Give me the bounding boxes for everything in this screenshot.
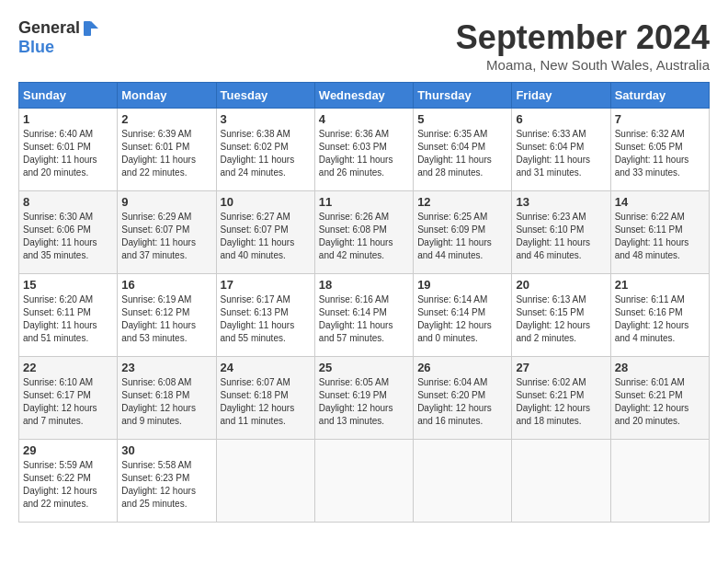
day-info: Sunrise: 6:16 AMSunset: 6:14 PMDaylight:…: [319, 294, 393, 343]
calendar-week-row: 1 Sunrise: 6:40 AMSunset: 6:01 PMDayligh…: [19, 109, 710, 191]
table-row: 3 Sunrise: 6:38 AMSunset: 6:02 PMDayligh…: [216, 109, 314, 191]
day-info: Sunrise: 6:29 AMSunset: 6:07 PMDaylight:…: [121, 212, 196, 260]
col-tuesday: Tuesday: [216, 83, 314, 109]
table-row: 12 Sunrise: 6:25 AMSunset: 6:09 PMDaylig…: [414, 191, 512, 274]
table-row: 30 Sunrise: 5:58 AMSunset: 6:23 PMDaylig…: [118, 440, 216, 523]
day-number: 17: [221, 278, 311, 292]
day-info: Sunrise: 6:13 AMSunset: 6:15 PMDaylight:…: [516, 294, 590, 343]
day-info: Sunrise: 6:14 AMSunset: 6:14 PMDaylight:…: [417, 294, 492, 343]
day-number: 18: [319, 278, 409, 292]
table-row: 25 Sunrise: 6:05 AMSunset: 6:19 PMDaylig…: [314, 357, 413, 440]
day-number: 8: [23, 195, 113, 209]
table-row: 27 Sunrise: 6:02 AMSunset: 6:21 PMDaylig…: [512, 357, 610, 440]
day-info: Sunrise: 6:07 AMSunset: 6:18 PMDaylight:…: [221, 377, 295, 426]
day-info: Sunrise: 6:26 AMSunset: 6:08 PMDaylight:…: [319, 212, 393, 260]
col-saturday: Saturday: [610, 83, 709, 109]
table-row: 29 Sunrise: 5:59 AMSunset: 6:22 PMDaylig…: [19, 440, 118, 523]
day-number: 29: [23, 443, 113, 457]
table-row: 17 Sunrise: 6:17 AMSunset: 6:13 PMDaylig…: [216, 274, 314, 357]
day-number: 20: [516, 278, 606, 292]
day-number: 23: [121, 361, 211, 374]
day-info: Sunrise: 6:10 AMSunset: 6:17 PMDaylight:…: [23, 377, 97, 426]
day-info: Sunrise: 6:35 AMSunset: 6:04 PMDaylight:…: [417, 129, 492, 178]
calendar-header-row: Sunday Monday Tuesday Wednesday Thursday…: [19, 83, 710, 109]
logo-blue-text: Blue: [18, 38, 54, 57]
day-info: Sunrise: 6:38 AMSunset: 6:02 PMDaylight:…: [221, 129, 295, 178]
day-number: 22: [23, 361, 113, 374]
day-number: 14: [615, 195, 705, 209]
logo-flag-icon: [82, 19, 100, 38]
col-monday: Monday: [118, 83, 216, 109]
day-number: 16: [121, 278, 211, 292]
table-row: 26 Sunrise: 6:04 AMSunset: 6:20 PMDaylig…: [414, 357, 512, 440]
day-info: Sunrise: 6:05 AMSunset: 6:19 PMDaylight:…: [319, 377, 393, 426]
day-info: Sunrise: 6:08 AMSunset: 6:18 PMDaylight:…: [121, 377, 196, 426]
table-row: 21 Sunrise: 6:11 AMSunset: 6:16 PMDaylig…: [610, 274, 709, 357]
day-info: Sunrise: 6:25 AMSunset: 6:09 PMDaylight:…: [417, 212, 492, 260]
day-number: 3: [221, 112, 311, 126]
day-info: Sunrise: 5:58 AMSunset: 6:23 PMDaylight:…: [121, 460, 196, 509]
day-info: Sunrise: 6:32 AMSunset: 6:05 PMDaylight:…: [615, 129, 689, 178]
calendar-week-row: 15 Sunrise: 6:20 AMSunset: 6:11 PMDaylig…: [19, 274, 710, 357]
day-number: 11: [319, 195, 409, 209]
day-info: Sunrise: 6:20 AMSunset: 6:11 PMDaylight:…: [23, 294, 97, 343]
table-row: [216, 440, 314, 523]
day-info: Sunrise: 6:01 AMSunset: 6:21 PMDaylight:…: [615, 377, 689, 426]
month-title: September 2024: [456, 18, 710, 57]
table-row: 28 Sunrise: 6:01 AMSunset: 6:21 PMDaylig…: [610, 357, 709, 440]
col-sunday: Sunday: [19, 83, 118, 109]
table-row: 18 Sunrise: 6:16 AMSunset: 6:14 PMDaylig…: [314, 274, 413, 357]
day-number: 26: [417, 361, 507, 374]
table-row: 16 Sunrise: 6:19 AMSunset: 6:12 PMDaylig…: [118, 274, 216, 357]
svg-marker-0: [91, 21, 98, 29]
calendar-table: Sunday Monday Tuesday Wednesday Thursday…: [18, 82, 710, 523]
table-row: 6 Sunrise: 6:33 AMSunset: 6:04 PMDayligh…: [512, 109, 610, 191]
table-row: 13 Sunrise: 6:23 AMSunset: 6:10 PMDaylig…: [512, 191, 610, 274]
table-row: 20 Sunrise: 6:13 AMSunset: 6:15 PMDaylig…: [512, 274, 610, 357]
day-number: 24: [221, 361, 311, 374]
day-number: 7: [615, 112, 705, 126]
day-number: 30: [121, 443, 211, 457]
day-info: Sunrise: 6:22 AMSunset: 6:11 PMDaylight:…: [615, 212, 689, 260]
calendar-week-row: 22 Sunrise: 6:10 AMSunset: 6:17 PMDaylig…: [19, 357, 710, 440]
table-row: 24 Sunrise: 6:07 AMSunset: 6:18 PMDaylig…: [216, 357, 314, 440]
day-number: 13: [516, 195, 606, 209]
day-number: 9: [121, 195, 211, 209]
table-row: 2 Sunrise: 6:39 AMSunset: 6:01 PMDayligh…: [118, 109, 216, 191]
table-row: 19 Sunrise: 6:14 AMSunset: 6:14 PMDaylig…: [414, 274, 512, 357]
logo-general-text: General: [18, 18, 80, 38]
day-info: Sunrise: 6:11 AMSunset: 6:16 PMDaylight:…: [615, 294, 689, 343]
title-area: September 2024 Moama, New South Wales, A…: [456, 18, 710, 73]
day-number: 28: [615, 361, 705, 374]
table-row: 14 Sunrise: 6:22 AMSunset: 6:11 PMDaylig…: [610, 191, 709, 274]
table-row: [512, 440, 610, 523]
day-number: 1: [23, 112, 113, 126]
day-info: Sunrise: 6:36 AMSunset: 6:03 PMDaylight:…: [319, 129, 393, 178]
day-number: 21: [615, 278, 705, 292]
table-row: [314, 440, 413, 523]
day-number: 12: [417, 195, 507, 209]
day-info: Sunrise: 5:59 AMSunset: 6:22 PMDaylight:…: [23, 460, 97, 509]
day-number: 25: [319, 361, 409, 374]
table-row: 4 Sunrise: 6:36 AMSunset: 6:03 PMDayligh…: [314, 109, 413, 191]
day-number: 4: [319, 112, 409, 126]
table-row: 1 Sunrise: 6:40 AMSunset: 6:01 PMDayligh…: [19, 109, 118, 191]
day-info: Sunrise: 6:02 AMSunset: 6:21 PMDaylight:…: [516, 377, 590, 426]
table-row: 22 Sunrise: 6:10 AMSunset: 6:17 PMDaylig…: [19, 357, 118, 440]
col-friday: Friday: [512, 83, 610, 109]
day-info: Sunrise: 6:39 AMSunset: 6:01 PMDaylight:…: [121, 129, 196, 178]
col-wednesday: Wednesday: [314, 83, 413, 109]
logo: General Blue: [18, 18, 100, 57]
day-info: Sunrise: 6:17 AMSunset: 6:13 PMDaylight:…: [221, 294, 295, 343]
day-info: Sunrise: 6:30 AMSunset: 6:06 PMDaylight:…: [23, 212, 97, 260]
col-thursday: Thursday: [414, 83, 512, 109]
table-row: 11 Sunrise: 6:26 AMSunset: 6:08 PMDaylig…: [314, 191, 413, 274]
day-number: 10: [221, 195, 311, 209]
day-number: 15: [23, 278, 113, 292]
day-info: Sunrise: 6:33 AMSunset: 6:04 PMDaylight:…: [516, 129, 590, 178]
header: General Blue September 2024 Moama, New S…: [18, 18, 710, 73]
table-row: 5 Sunrise: 6:35 AMSunset: 6:04 PMDayligh…: [414, 109, 512, 191]
day-info: Sunrise: 6:04 AMSunset: 6:20 PMDaylight:…: [417, 377, 492, 426]
table-row: 10 Sunrise: 6:27 AMSunset: 6:07 PMDaylig…: [216, 191, 314, 274]
table-row: [414, 440, 512, 523]
